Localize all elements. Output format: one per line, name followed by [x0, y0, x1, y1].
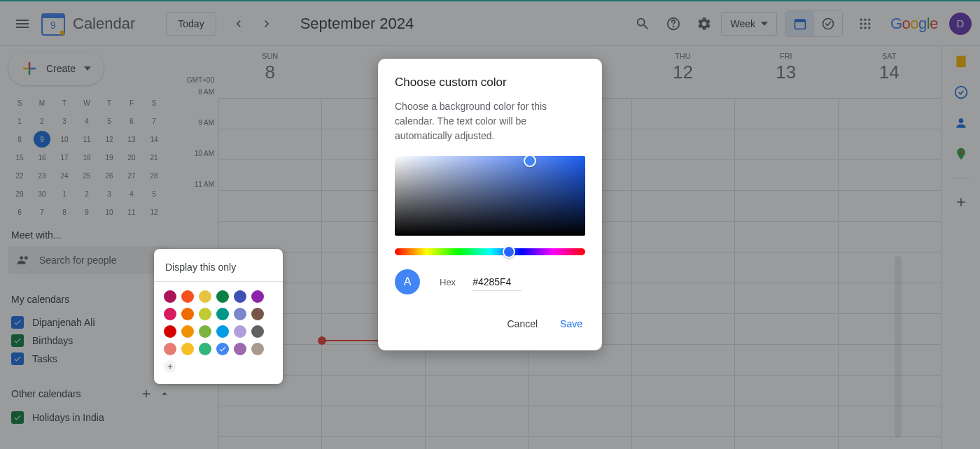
- color-option[interactable]: [199, 308, 211, 320]
- color-option[interactable]: [251, 308, 264, 320]
- color-preview: A: [395, 269, 420, 294]
- color-popover: Display this only +: [154, 249, 283, 384]
- color-option[interactable]: [164, 308, 176, 320]
- hex-label: Hex: [440, 277, 456, 287]
- color-option[interactable]: [164, 325, 176, 338]
- color-option[interactable]: [251, 325, 264, 338]
- color-option[interactable]: [251, 343, 264, 355]
- color-option[interactable]: [234, 325, 246, 338]
- hex-input[interactable]: [472, 273, 522, 291]
- color-option[interactable]: [181, 308, 194, 320]
- color-option[interactable]: [216, 343, 229, 355]
- saturation-panel[interactable]: [395, 156, 585, 236]
- dialog-description: Choose a background color for this calen…: [395, 99, 585, 143]
- popover-title[interactable]: Display this only: [154, 257, 283, 282]
- color-option[interactable]: [234, 343, 246, 355]
- color-option[interactable]: [164, 343, 176, 355]
- hue-handle[interactable]: [503, 245, 515, 258]
- color-option[interactable]: [234, 308, 246, 320]
- color-option[interactable]: [181, 325, 194, 338]
- cancel-button[interactable]: Cancel: [504, 314, 540, 334]
- color-option[interactable]: [251, 290, 264, 303]
- color-option[interactable]: [216, 325, 229, 338]
- color-option[interactable]: [234, 290, 246, 303]
- color-option[interactable]: [164, 290, 176, 303]
- color-option[interactable]: [216, 290, 229, 303]
- save-button[interactable]: Save: [557, 314, 585, 334]
- custom-color-dialog: Choose custom color Choose a background …: [378, 59, 602, 350]
- saturation-handle[interactable]: [524, 155, 536, 167]
- color-option[interactable]: [199, 325, 211, 338]
- add-custom-color[interactable]: +: [164, 360, 176, 373]
- color-option[interactable]: [199, 343, 211, 355]
- color-option[interactable]: [199, 290, 211, 303]
- color-option[interactable]: [181, 343, 194, 355]
- dialog-title: Choose custom color: [395, 76, 585, 90]
- hue-slider[interactable]: [395, 248, 585, 255]
- color-option[interactable]: [181, 290, 194, 303]
- color-option[interactable]: [216, 308, 229, 320]
